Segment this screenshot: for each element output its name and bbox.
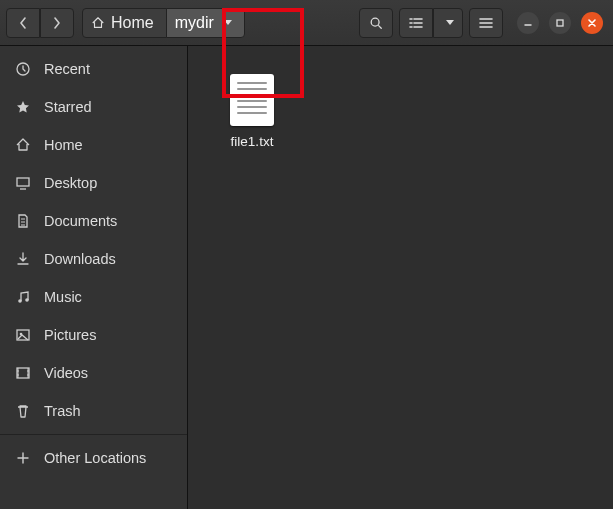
forward-button[interactable] <box>40 8 74 38</box>
sidebar-item-label: Desktop <box>44 175 97 191</box>
toolbar: Home mydir <box>0 0 613 46</box>
svg-point-5 <box>25 298 29 302</box>
downloads-icon <box>14 251 32 267</box>
window-controls <box>517 12 603 34</box>
sidebar-item-music[interactable]: Music <box>0 278 187 316</box>
sidebar-item-starred[interactable]: Starred <box>0 88 187 126</box>
trash-icon <box>14 403 32 419</box>
list-icon <box>409 17 423 29</box>
sidebar-item-label: Music <box>44 289 82 305</box>
star-icon <box>14 99 32 115</box>
view-dropdown-button[interactable] <box>433 8 463 38</box>
sidebar-item-pictures[interactable]: Pictures <box>0 316 187 354</box>
minimize-icon <box>523 18 533 28</box>
chevron-left-icon <box>19 17 27 29</box>
home-icon <box>91 16 105 30</box>
file-manager-window: Home mydir <box>0 0 613 509</box>
sidebar-item-label: Documents <box>44 213 117 229</box>
sidebar-item-trash[interactable]: Trash <box>0 392 187 430</box>
view-buttons <box>399 8 463 38</box>
music-icon <box>14 289 32 305</box>
maximize-icon <box>555 18 565 28</box>
sidebar-item-documents[interactable]: Documents <box>0 202 187 240</box>
close-button[interactable] <box>581 12 603 34</box>
sidebar-item-label: Other Locations <box>44 450 146 466</box>
svg-rect-8 <box>17 368 29 378</box>
sidebar-item-label: Videos <box>44 365 88 381</box>
path-segment-home[interactable]: Home <box>82 8 167 38</box>
sidebar-item-label: Pictures <box>44 327 96 343</box>
text-file-icon <box>230 74 274 126</box>
search-icon <box>369 16 383 30</box>
back-button[interactable] <box>6 8 40 38</box>
list-view-button[interactable] <box>399 8 433 38</box>
videos-icon <box>14 365 32 381</box>
clock-icon <box>14 61 32 77</box>
pictures-icon <box>14 327 32 343</box>
sidebar-item-label: Trash <box>44 403 81 419</box>
content-area[interactable]: file1.txt <box>188 46 613 509</box>
sidebar-item-label: Home <box>44 137 83 153</box>
path-segment-label: Home <box>111 14 154 32</box>
sidebar-item-home[interactable]: Home <box>0 126 187 164</box>
chevron-down-icon <box>446 20 454 25</box>
svg-rect-3 <box>17 178 29 186</box>
sidebar-item-downloads[interactable]: Downloads <box>0 240 187 278</box>
desktop-icon <box>14 175 32 191</box>
svg-point-0 <box>371 18 379 26</box>
nav-buttons <box>6 8 74 38</box>
sidebar-item-other-locations[interactable]: Other Locations <box>0 439 187 477</box>
path-bar: Home mydir <box>82 8 245 38</box>
close-icon <box>587 18 597 28</box>
hamburger-icon <box>479 17 493 29</box>
documents-icon <box>14 213 32 229</box>
sidebar-item-desktop[interactable]: Desktop <box>0 164 187 202</box>
sidebar-item-label: Downloads <box>44 251 116 267</box>
path-segment-label: mydir <box>175 14 214 32</box>
path-segment-current[interactable]: mydir <box>166 8 245 38</box>
sidebar: Recent Starred Home Desktop <box>0 46 188 509</box>
sidebar-item-label: Recent <box>44 61 90 77</box>
file-label: file1.txt <box>231 134 274 149</box>
body: Recent Starred Home Desktop <box>0 46 613 509</box>
sidebar-item-label: Starred <box>44 99 92 115</box>
sidebar-item-videos[interactable]: Videos <box>0 354 187 392</box>
sidebar-item-recent[interactable]: Recent <box>0 50 187 88</box>
dropdown-icon <box>224 20 232 25</box>
svg-rect-1 <box>557 20 563 26</box>
sidebar-separator <box>0 434 187 435</box>
chevron-right-icon <box>53 17 61 29</box>
maximize-button[interactable] <box>549 12 571 34</box>
plus-icon <box>14 450 32 466</box>
svg-point-4 <box>18 299 22 303</box>
minimize-button[interactable] <box>517 12 539 34</box>
search-button[interactable] <box>359 8 393 38</box>
home-icon <box>14 137 32 153</box>
file-item[interactable]: file1.txt <box>222 64 282 155</box>
menu-button[interactable] <box>469 8 503 38</box>
